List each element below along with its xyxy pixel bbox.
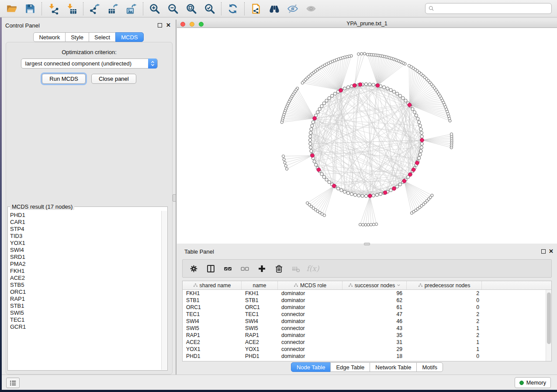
- mcds-result-item[interactable]: PMA2: [10, 261, 161, 268]
- tab-style[interactable]: Style: [65, 32, 89, 42]
- table-row[interactable]: ACE2ACE2connector311: [183, 339, 551, 346]
- mcds-result-item[interactable]: RAP1: [10, 296, 161, 303]
- mcds-result-item[interactable]: STP4: [10, 226, 161, 233]
- float-panel-icon[interactable]: [158, 23, 162, 28]
- network-canvas[interactable]: [177, 28, 557, 244]
- scrollbar-thumb[interactable]: [547, 292, 551, 344]
- export-table-button[interactable]: [104, 1, 122, 16]
- zoom-out-icon: [167, 3, 179, 14]
- mcds-result-item[interactable]: ORC1: [10, 289, 161, 296]
- control-panel-title: Control Panel: [5, 22, 40, 29]
- network-window-titlebar[interactable]: YPA_prune.txt_1: [177, 20, 557, 28]
- zoom-selected-button[interactable]: [201, 1, 219, 16]
- table-row[interactable]: PHD1PHD1dominator180: [183, 353, 551, 360]
- close-panel-icon[interactable]: ✕: [166, 22, 171, 28]
- zoom-in-button[interactable]: [145, 1, 164, 16]
- mcds-result-item[interactable]: STB1: [10, 303, 161, 309]
- mcds-result-list[interactable]: PHD1CAR1STP4TID3YOX1SWI4SRD1PMA2FKH1ACE2…: [8, 211, 161, 370]
- gear-icon: [189, 264, 198, 273]
- deselect-all-button[interactable]: [238, 261, 251, 275]
- export-image-button[interactable]: [122, 1, 141, 16]
- cell: FKH1: [183, 290, 242, 296]
- tab-node-table[interactable]: Node Table: [291, 362, 331, 372]
- tab-select[interactable]: Select: [89, 32, 116, 42]
- mcds-result-item[interactable]: PHD1: [10, 212, 161, 219]
- function-icon: f(x): [306, 264, 319, 273]
- tab-mcds[interactable]: MCDS: [115, 32, 143, 42]
- cell: RAP1: [183, 332, 242, 338]
- save-session-button[interactable]: [21, 1, 39, 16]
- tab-edge-table[interactable]: Edge Table: [330, 362, 370, 372]
- cell: connector: [278, 325, 343, 331]
- import-table-button[interactable]: [62, 1, 81, 16]
- mcds-result-item[interactable]: FKH1: [10, 268, 161, 275]
- tab-network[interactable]: Network: [33, 32, 66, 42]
- zoom-out-button[interactable]: [164, 1, 182, 16]
- mcds-result-item[interactable]: CAR1: [10, 219, 161, 226]
- result-scrollbar[interactable]: [161, 211, 167, 370]
- tab-network-table[interactable]: Network Table: [370, 362, 417, 372]
- cell: TEC1: [242, 311, 278, 317]
- cytoscape-window: Control Panel ✕ NetworkStyleSelectMCDS O…: [0, 0, 557, 390]
- import-table-icon: [66, 3, 77, 14]
- delete-columns-button[interactable]: [272, 261, 285, 275]
- table-settings-button[interactable]: [187, 261, 200, 275]
- show-columns-button[interactable]: [204, 261, 217, 275]
- trash-icon: [274, 264, 284, 273]
- column-header-mcds-role[interactable]: MCDS role: [278, 281, 343, 289]
- table-row[interactable]: SWI4SWI4dominator462: [183, 318, 551, 325]
- table-row[interactable]: SWI5SWI5connector431: [183, 325, 551, 332]
- column-header-shared-name[interactable]: shared name: [183, 281, 242, 289]
- column-header-successor-nodes[interactable]: successor nodes: [343, 281, 407, 289]
- mcds-result-item[interactable]: STB5: [10, 282, 161, 289]
- cell: 29: [343, 346, 407, 352]
- table-row[interactable]: RAP1RAP1dominator352: [183, 332, 551, 339]
- mcds-result-item[interactable]: SWI5: [10, 309, 161, 316]
- table-panel-float-icon[interactable]: [541, 249, 546, 254]
- hide-selection-button[interactable]: [284, 1, 302, 16]
- mcds-result-item[interactable]: SWI4: [10, 247, 161, 254]
- create-column-button[interactable]: [255, 261, 268, 275]
- search-input[interactable]: [435, 5, 549, 12]
- table-row[interactable]: YOX1YOX1connector291: [183, 346, 551, 353]
- cell: dominator: [278, 297, 343, 303]
- column-header-predecessor-nodes[interactable]: predecessor nodes: [407, 281, 482, 289]
- table-scrollbar[interactable]: [546, 290, 551, 361]
- mcds-result-item[interactable]: ACE2: [10, 275, 161, 282]
- open-file-button[interactable]: [3, 1, 21, 16]
- mcds-result-item[interactable]: YOX1: [10, 240, 161, 247]
- table-row[interactable]: TEC1TEC1connector472: [183, 311, 551, 318]
- export-network-button[interactable]: [86, 1, 104, 16]
- criterion-select[interactable]: largest connected component (undirected): [21, 58, 158, 69]
- import-network-button[interactable]: [44, 1, 62, 16]
- sort-down-icon: [397, 283, 401, 287]
- mcds-result-item[interactable]: TID3: [10, 233, 161, 240]
- run-mcds-button[interactable]: Run MCDS: [42, 74, 86, 84]
- toolbar-separator: [221, 2, 221, 15]
- search-box[interactable]: [425, 3, 552, 14]
- cell: PHD1: [242, 353, 278, 359]
- close-panel-button[interactable]: Close panel: [91, 74, 136, 84]
- splitter-grip[interactable]: [173, 194, 176, 202]
- table-row[interactable]: ORC1ORC1dominator610: [183, 304, 551, 311]
- memory-button[interactable]: Memory: [515, 377, 551, 388]
- table-panel-close-icon[interactable]: ✕: [549, 248, 554, 254]
- panel-list-button[interactable]: [6, 378, 20, 388]
- find-button[interactable]: [265, 1, 284, 16]
- select-all-button[interactable]: [221, 261, 234, 275]
- mcds-result-item[interactable]: SRD1: [10, 254, 161, 261]
- apply-layout-button[interactable]: [224, 1, 242, 16]
- zoom-fit-button[interactable]: [182, 1, 201, 16]
- tab-motifs[interactable]: Motifs: [416, 362, 443, 372]
- table-row[interactable]: FKH1FKH1dominator962: [183, 290, 551, 297]
- cell: dominator: [278, 304, 343, 310]
- vertical-splitter[interactable]: [176, 20, 176, 375]
- network-from-selection-button[interactable]: [247, 1, 265, 16]
- mcds-result-item[interactable]: TEC1: [10, 316, 161, 323]
- table-row[interactable]: STB1STB1dominator620: [183, 297, 551, 304]
- column-header-name[interactable]: name: [242, 281, 278, 289]
- mcds-result-item[interactable]: GCR1: [10, 323, 161, 330]
- cell: 2: [407, 318, 482, 324]
- table-panel-title: Table Panel: [184, 248, 214, 255]
- network-graph[interactable]: [177, 28, 557, 244]
